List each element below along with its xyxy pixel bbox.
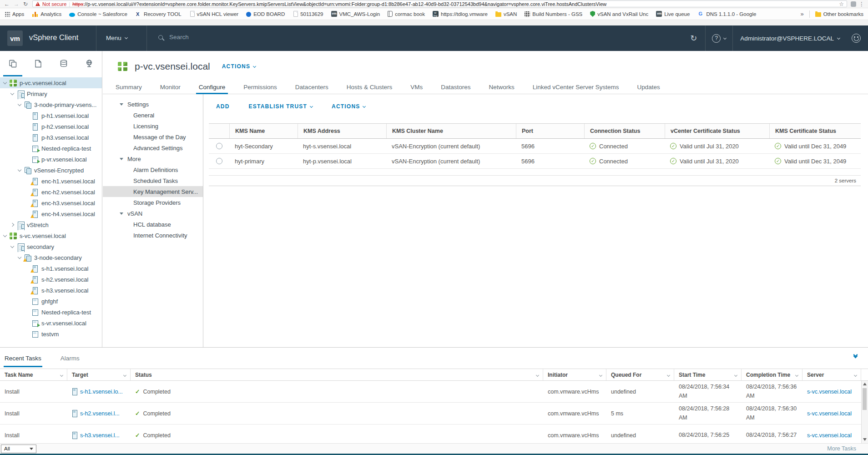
kms-column-kms-cluster-name[interactable]: KMS Cluster Name [386, 124, 516, 138]
tab-updates[interactable]: Updates [637, 80, 660, 94]
tab-datacenters[interactable]: Datacenters [295, 80, 328, 94]
tasks-column-status[interactable]: Status [131, 369, 543, 380]
tree-item-p-h1-vsensei-local[interactable]: p-h1.vsensei.local [0, 110, 102, 121]
kms-column-kms-certificate-status[interactable]: KMS Certificate Status [769, 124, 861, 138]
feedback-smiley-icon[interactable] [852, 34, 861, 43]
more-tasks-link[interactable]: More Tasks [827, 445, 856, 452]
tree-item-p-h2-vsensei-local[interactable]: p-h2.vsensei.local [0, 121, 102, 132]
bookmark-vmc-aws-login[interactable]: VMC_AWS-Login [331, 11, 380, 17]
task-row[interactable]: Install s-h1.vsensei.lo... ✓Completed co… [0, 381, 868, 403]
expander-icon[interactable] [18, 102, 21, 106]
bookmark-dns-1-1-1-0-google[interactable]: DNS 1.1.1.0 - Google [697, 11, 756, 17]
server-link[interactable]: s-vc.vsensei.local [807, 389, 852, 395]
bookmark-console-salesforce[interactable]: Console ~ Salesforce [69, 11, 127, 17]
confignav-item-scheduled-tasks[interactable]: Scheduled Tasks [103, 175, 203, 186]
expander-icon[interactable] [10, 244, 14, 248]
kms-column-port[interactable]: Port [516, 124, 584, 138]
bookmark-vsan-and-vxrail-unc[interactable]: vSAN and VxRail Unc [590, 11, 648, 17]
expander-icon[interactable] [10, 223, 14, 227]
column-filter-caret-icon[interactable] [734, 374, 737, 377]
expander-icon[interactable] [3, 233, 7, 237]
bookmark-live-queue[interactable]: Live queue [656, 11, 690, 17]
tree-item-p-vr-vsensei-local[interactable]: p-vr.vsensei.local [0, 154, 102, 165]
task-row[interactable]: Install s-h2.vsensei.l... ✓Completed com… [0, 403, 868, 425]
server-link[interactable]: s-vc.vsensei.local [807, 410, 852, 417]
target-link[interactable]: s-h2.vsensei.l... [80, 410, 120, 417]
browser-forward-icon[interactable]: → [14, 0, 19, 8]
confignav-item-general[interactable]: General [103, 110, 203, 121]
scroll-down-icon[interactable] [863, 438, 867, 441]
browser-reload-icon[interactable]: ↻ [23, 0, 28, 8]
confignav-item-licensing[interactable]: Licensing [103, 121, 203, 131]
tree-item-3-node-secondary[interactable]: 3-node-secondary [0, 252, 102, 263]
refresh-icon[interactable]: ↻ [690, 33, 697, 43]
tree-item-s-vc-vsensei-local[interactable]: s-vc.vsensei.local [0, 230, 102, 241]
tasks-column-server[interactable]: Server [802, 369, 861, 380]
tree-item-s-vr-vsensei-local[interactable]: s-vr.vsensei.local [0, 318, 102, 329]
tree-item-s-h1-vsensei-local[interactable]: s-h1.vsensei.local [0, 263, 102, 274]
target-link[interactable]: s-h3.vsensei.l... [80, 432, 120, 439]
tree-item-primary[interactable]: Primary [0, 88, 102, 99]
confignav-item-storage-providers[interactable]: Storage Providers [103, 197, 203, 208]
server-link[interactable]: s-vc.vsensei.local [807, 432, 852, 439]
column-filter-caret-icon[interactable] [60, 374, 63, 377]
browser-profile-icon[interactable] [851, 1, 856, 7]
column-filter-caret-icon[interactable] [536, 374, 539, 377]
tab-networks[interactable]: Networks [489, 80, 514, 94]
kms-row[interactable]: hyt-primary hyt-p.vsensei.local vSAN-Enc… [209, 154, 861, 169]
tree-item-secondary[interactable]: secondary [0, 241, 102, 252]
browser-menu-icon[interactable]: ⋮ [859, 1, 864, 7]
tab-alarms[interactable]: Alarms [60, 353, 81, 364]
tab-monitor[interactable]: Monitor [160, 80, 181, 94]
tasks-filter-select[interactable]: All [1, 445, 36, 453]
tree-item-s-h3-vsensei-local[interactable]: s-h3.vsensei.local [0, 285, 102, 296]
bookmark-https-tdlog-vmware[interactable]: https://tdlog.vmware [433, 11, 488, 17]
other-bookmarks-button[interactable]: Other bookmarks [815, 11, 863, 17]
kms-column-kms-address[interactable]: KMS Address [298, 124, 386, 138]
tree-item-enc-h4-vsensei-local[interactable]: enc-h4.vsensei.local [0, 208, 102, 219]
expander-icon[interactable] [10, 91, 14, 95]
confignav-item-internet-connectivity[interactable]: Internet Connectivity [103, 230, 203, 241]
confignav-section-more[interactable]: More [103, 153, 203, 164]
tasks-column-target[interactable]: Target [67, 369, 131, 380]
target-link[interactable]: s-h1.vsensei.lo... [80, 389, 123, 395]
actions-button[interactable]: ACTIONS [222, 63, 256, 70]
confignav-item-key-management-serv[interactable]: Key Management Serv... [103, 186, 203, 197]
tab-storage[interactable] [51, 51, 76, 76]
user-menu[interactable]: Administrator@VSPHERE.LOCAL [740, 35, 840, 42]
task-row[interactable]: Install s-h3.vsensei.l... ✓Completed com… [0, 425, 868, 444]
expander-icon[interactable] [18, 255, 21, 258]
tab-configure[interactable]: Configure [199, 80, 226, 94]
bookmark-recovery-tool[interactable]: Recovery TOOL [135, 11, 182, 17]
tab-networking[interactable] [76, 51, 102, 76]
tab-vms[interactable]: VMs [410, 80, 423, 94]
tree-item-s-h2-vsensei-local[interactable]: s-h2.vsensei.local [0, 274, 102, 285]
global-search-input[interactable]: Search [158, 34, 189, 40]
bookmark-eod-board[interactable]: EOD BOARD [246, 11, 285, 17]
tree-item-enc-h1-vsensei-local[interactable]: enc-h1.vsensei.local [0, 176, 102, 187]
bookmark-build-numbers-gss[interactable]: Build Numbers - GSS [525, 11, 582, 17]
column-filter-caret-icon[interactable] [667, 374, 670, 377]
scroll-up-icon[interactable] [863, 383, 867, 385]
bookmark-vsan-hcl-viewer[interactable]: vSAN HCL viewer [189, 11, 239, 17]
column-filter-caret-icon[interactable] [599, 374, 602, 377]
expander-icon[interactable] [3, 80, 7, 84]
bookmark-cormac-book[interactable]: cormac book [388, 11, 425, 17]
bookmarks-overflow-icon[interactable]: » [801, 10, 804, 17]
tree-item-p-vc-vsensei-local[interactable]: p-vc.vsensei.local [0, 77, 102, 88]
tree-item-testvm[interactable]: testvm [0, 329, 102, 339]
kms-column-kms-name[interactable]: KMS Name [229, 124, 298, 138]
tab-datastores[interactable]: Datastores [441, 80, 470, 94]
scrollbar-thumb[interactable] [863, 388, 867, 410]
tasks-column-queued-for[interactable]: Queued For [606, 369, 674, 380]
confignav-item-hcl-database[interactable]: HCL database [103, 219, 203, 230]
tasks-column-initiator[interactable]: Initiator [543, 369, 606, 380]
add-button[interactable]: ADD [216, 103, 230, 110]
tree-item-vsensei-encrypted[interactable]: vSensei-Encrypted [0, 165, 102, 176]
tab-vms-and-templates[interactable] [25, 51, 51, 76]
kms-row[interactable]: hyt-Secondary hyt-s.vsensei.local vSAN-E… [209, 139, 861, 154]
tree-item-nested-replica-test[interactable]: Nested-replica-test [0, 143, 102, 154]
tasks-column-start-time[interactable]: Start Time [674, 369, 742, 380]
row-radio-button[interactable] [216, 158, 222, 164]
bookmark-50113629[interactable]: 50113629 [293, 11, 323, 17]
